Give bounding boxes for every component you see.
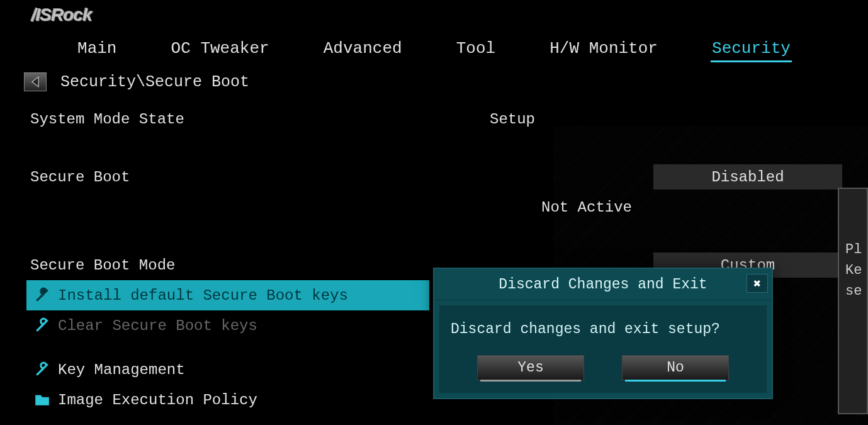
secure-boot-mode-label: Secure Boot Mode — [30, 257, 490, 274]
install-default-keys[interactable]: Install default Secure Boot keys — [26, 280, 429, 310]
help-panel: Pl Ke se — [838, 188, 868, 414]
brand-logo: /ISRock — [31, 5, 92, 25]
dialog-close-button[interactable]: ✖ — [747, 274, 768, 293]
help-line: Ke — [845, 260, 863, 281]
confirm-dialog: Discard Changes and Exit ✖ Discard chang… — [433, 268, 773, 399]
wrench-icon — [34, 287, 50, 303]
secure-boot-label: Secure Boot — [30, 169, 490, 186]
dialog-yes-button[interactable]: Yes — [477, 355, 584, 380]
dialog-title: Discard Changes and Exit — [499, 276, 707, 293]
system-mode-state-label: System Mode State — [30, 111, 490, 128]
dialog-no-button[interactable]: No — [622, 355, 729, 380]
back-button[interactable] — [24, 72, 47, 91]
help-line: se — [845, 281, 863, 302]
triangle-left-icon — [31, 76, 40, 88]
tab-advanced[interactable]: Advanced — [322, 37, 403, 62]
tab-oc-tweaker[interactable]: OC Tweaker — [170, 37, 271, 62]
wrench-icon — [34, 361, 50, 378]
top-tabs: Main OC Tweaker Advanced Tool H/W Monito… — [0, 37, 868, 62]
close-icon: ✖ — [753, 276, 761, 292]
tab-hw-monitor[interactable]: H/W Monitor — [548, 37, 659, 62]
secure-boot-select[interactable]: Disabled — [653, 164, 842, 190]
image-execution-policy-label: Image Execution Policy — [58, 392, 257, 409]
install-default-keys-label: Install default Secure Boot keys — [58, 287, 348, 304]
secure-boot-status: Not Active — [490, 199, 632, 216]
dialog-message: Discard changes and exit setup? — [451, 321, 755, 337]
breadcrumb: Security\Secure Boot — [60, 73, 249, 91]
tab-main[interactable]: Main — [76, 37, 118, 62]
tab-security[interactable]: Security — [711, 37, 792, 62]
system-mode-state-value: Setup — [490, 111, 535, 128]
clear-secure-boot-keys-label: Clear Secure Boot keys — [58, 317, 257, 334]
help-line: Pl — [845, 239, 863, 260]
wrench-icon — [34, 317, 50, 334]
key-management-label: Key Management — [58, 361, 185, 378]
folder-icon — [34, 392, 50, 408]
tab-tool[interactable]: Tool — [455, 37, 497, 62]
